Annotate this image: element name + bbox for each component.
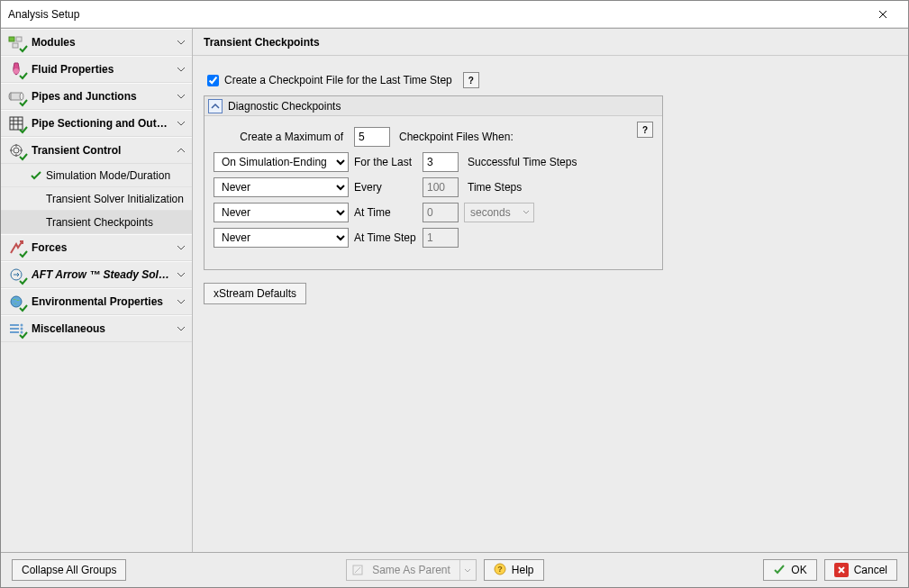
sectioning-icon bbox=[6, 114, 26, 132]
collapse-toggle[interactable] bbox=[208, 99, 223, 113]
max-label-right: Checkpoint Files When: bbox=[395, 131, 653, 143]
svg-rect-2 bbox=[13, 43, 18, 48]
sidebar-group-arrow[interactable]: AFT Arrow ™ Steady Solution bbox=[1, 261, 192, 288]
trigger-select-3[interactable]: Never bbox=[214, 228, 349, 248]
group-label: AFT Arrow ™ Steady Solution bbox=[32, 268, 170, 281]
check-icon bbox=[30, 169, 42, 182]
transient-subitems: Simulation Mode/Duration Transient Solve… bbox=[1, 164, 192, 234]
group-label: Pipe Sectioning and Output bbox=[32, 117, 170, 130]
group-label: Fluid Properties bbox=[32, 63, 170, 76]
chevron-down-icon bbox=[523, 210, 530, 215]
unit-select-disabled: seconds bbox=[464, 203, 534, 222]
same-as-parent-label: Same As Parent bbox=[368, 564, 459, 576]
sidebar-item-simulation-mode[interactable]: Simulation Mode/Duration bbox=[1, 164, 192, 187]
chevron-down-icon bbox=[176, 37, 186, 48]
row-input-0[interactable] bbox=[423, 152, 459, 172]
checkpoint-checkbox-label[interactable]: Create a Checkpoint File for the Last Ti… bbox=[224, 74, 452, 86]
ok-label: OK bbox=[791, 564, 806, 576]
fieldset-header[interactable]: Diagnostic Checkpoints bbox=[205, 96, 662, 116]
unit-label: seconds bbox=[470, 206, 511, 219]
defaults-label: xStream Defaults bbox=[214, 287, 296, 300]
pipes-icon bbox=[6, 87, 26, 105]
sidebar-item-checkpoints[interactable]: Transient Checkpoints bbox=[1, 211, 192, 234]
help-button[interactable]: ? bbox=[637, 122, 653, 138]
blank-icon bbox=[30, 193, 42, 205]
group-label: Forces bbox=[32, 241, 170, 254]
svg-rect-1 bbox=[16, 37, 22, 41]
environment-icon bbox=[6, 293, 26, 311]
row-input-1 bbox=[423, 177, 459, 197]
trigger-row-2: Never At Time seconds bbox=[214, 203, 653, 222]
modules-icon bbox=[6, 33, 26, 51]
trigger-select-2[interactable]: Never bbox=[214, 203, 349, 222]
row-label: At Time bbox=[354, 206, 417, 219]
same-as-parent-combo[interactable]: Same As Parent bbox=[346, 559, 477, 581]
defaults-button[interactable]: xStream Defaults bbox=[204, 283, 306, 304]
group-label: Transient Control bbox=[32, 144, 170, 157]
trigger-select-1[interactable]: Never bbox=[214, 177, 349, 197]
footer: Collapse All Groups Same As Parent ? Hel… bbox=[1, 553, 908, 587]
group-label: Environmental Properties bbox=[32, 295, 170, 308]
window-title: Analysis Setup bbox=[8, 8, 865, 21]
subitem-label: Simulation Mode/Duration bbox=[46, 169, 170, 182]
row-input-3 bbox=[423, 228, 459, 248]
window-close-button[interactable] bbox=[865, 4, 901, 25]
collapse-all-button[interactable]: Collapse All Groups bbox=[12, 559, 126, 581]
row-label: Every bbox=[354, 181, 417, 194]
row-label: For the Last bbox=[354, 156, 417, 168]
sidebar-item-solver-init[interactable]: Transient Solver Initialization bbox=[1, 187, 192, 211]
max-input[interactable] bbox=[354, 127, 390, 147]
titlebar: Analysis Setup bbox=[1, 1, 908, 28]
chevron-down-icon bbox=[176, 242, 186, 253]
main-area: Modules Fluid Properties Pipes and Junct… bbox=[1, 28, 908, 553]
forces-icon bbox=[6, 239, 26, 257]
svg-point-23 bbox=[21, 324, 23, 327]
group-label: Pipes and Junctions bbox=[32, 90, 170, 103]
subitem-label: Transient Solver Initialization bbox=[46, 193, 184, 205]
cancel-button[interactable]: Cancel bbox=[824, 559, 897, 581]
arrow-icon bbox=[6, 266, 26, 284]
sidebar-group-sectioning[interactable]: Pipe Sectioning and Output bbox=[1, 110, 192, 137]
transient-icon bbox=[6, 141, 26, 159]
sidebar-group-forces[interactable]: Forces bbox=[1, 234, 192, 261]
cancel-icon bbox=[834, 563, 849, 577]
fieldset-title: Diagnostic Checkpoints bbox=[228, 100, 341, 113]
row-input-2 bbox=[423, 203, 459, 222]
chevron-down-icon bbox=[176, 91, 186, 102]
ok-button[interactable]: OK bbox=[763, 559, 816, 581]
help-button[interactable]: ? bbox=[463, 72, 479, 88]
max-row: Create a Maximum of Checkpoint Files Whe… bbox=[214, 127, 653, 147]
help-button[interactable]: ? Help bbox=[484, 559, 544, 581]
fluid-icon bbox=[6, 60, 26, 78]
sidebar-group-transient[interactable]: Transient Control bbox=[1, 137, 192, 164]
trigger-row-3: Never At Time Step bbox=[214, 228, 653, 248]
misc-icon bbox=[6, 320, 26, 338]
sidebar-group-pipes[interactable]: Pipes and Junctions bbox=[1, 83, 192, 110]
close-icon bbox=[878, 10, 887, 19]
fieldset-body: ? Create a Maximum of Checkpoint Files W… bbox=[205, 116, 662, 258]
trigger-select-0[interactable]: On Simulation-Ending Error bbox=[214, 152, 349, 172]
check-icon bbox=[773, 563, 786, 578]
row-label: At Time Step bbox=[354, 231, 417, 244]
content-pane: Transient Checkpoints Create a Checkpoin… bbox=[193, 29, 908, 552]
edit-icon bbox=[347, 564, 368, 576]
max-label-left: Create a Maximum of bbox=[214, 131, 349, 143]
chevron-down-icon bbox=[176, 269, 186, 280]
sidebar-group-modules[interactable]: Modules bbox=[1, 29, 192, 56]
sidebar-group-fluid[interactable]: Fluid Properties bbox=[1, 56, 192, 83]
sidebar-group-environmental[interactable]: Environmental Properties bbox=[1, 288, 192, 315]
chevron-up-icon bbox=[211, 103, 220, 110]
chevron-down-icon bbox=[176, 118, 186, 129]
row-suffix: Successful Time Steps bbox=[464, 156, 653, 168]
trigger-row-1: Never Every Time Steps bbox=[214, 177, 653, 197]
subitem-label: Transient Checkpoints bbox=[46, 216, 153, 229]
trigger-row-0: On Simulation-Ending Error For the Last … bbox=[214, 152, 653, 172]
sidebar-group-misc[interactable]: Miscellaneous bbox=[1, 315, 192, 342]
diagnostic-fieldset: Diagnostic Checkpoints ? Create a Maximu… bbox=[204, 95, 663, 270]
row-suffix: Time Steps bbox=[464, 181, 653, 194]
checkpoint-checkbox[interactable] bbox=[207, 75, 219, 86]
chevron-down-icon bbox=[176, 296, 186, 307]
cancel-label: Cancel bbox=[854, 564, 887, 576]
group-label: Miscellaneous bbox=[32, 322, 170, 335]
chevron-down-icon bbox=[459, 560, 476, 580]
